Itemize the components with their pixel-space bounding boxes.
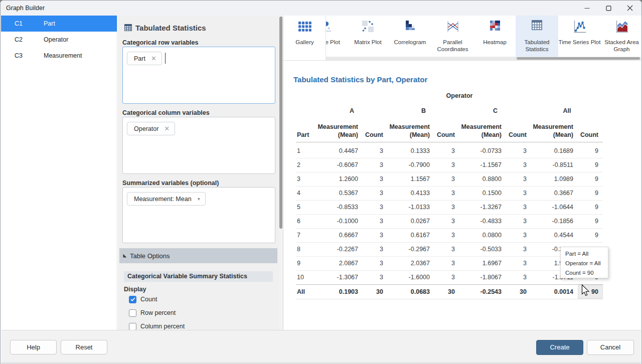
gallery-tile-matrix-plot[interactable]: Matrix Plot — [347, 16, 389, 57]
gallery-scroll-area: Bubble Plot Matrix Plot — [326, 16, 641, 57]
gallery-tile-time-series-plot[interactable]: Time Series Plot — [558, 16, 601, 57]
gallery-tile-parallel-coordinates[interactable]: Parallel Coordinates — [431, 16, 474, 57]
table-cell: -0.6067 — [316, 158, 363, 172]
table-row[interactable]: 2-0.60673-0.79003-1.15673-0.85119 — [296, 158, 603, 172]
table-cell: -1.0133 — [388, 200, 434, 214]
gallery-icon — [284, 20, 326, 34]
builder-settings-panel: Tabulated Statistics Categorical row var… — [118, 16, 279, 330]
table-row[interactable]: 92.086732.036731.696731.94009 — [296, 256, 603, 270]
scrollbar-thumb[interactable] — [517, 57, 640, 60]
table-row[interactable]: 6-0.100030.02673-0.48333-0.18569 — [296, 214, 603, 228]
graph-gallery-bar: Bubble Plot Matrix Plot — [283, 16, 641, 61]
checkbox-column-percent[interactable]: Column percent — [129, 322, 185, 330]
table-cell: 0.1500 — [459, 186, 506, 200]
table-cell: 8 — [296, 242, 316, 256]
gallery-tile-stacked-area-graph[interactable]: Stacked Area Graph — [600, 16, 641, 57]
table-cell: -1.3267 — [459, 200, 506, 214]
table-cell: 3 — [363, 200, 388, 214]
column-row-part[interactable]: C1 Part — [1, 16, 117, 32]
column-variables-input[interactable]: Operator ✕ — [122, 117, 275, 174]
table-cell: 3 — [363, 172, 388, 186]
summarized-variables-label: Summarized variables (optional) — [122, 179, 219, 187]
table-cell: 4 — [296, 186, 316, 200]
table-cell: -1.8067 — [459, 270, 506, 284]
builder-panel-scrollbar[interactable] — [279, 16, 283, 330]
table-cell: 3 — [434, 186, 459, 200]
table-cell: -0.1856 — [531, 214, 578, 228]
column-row-measurement[interactable]: C3 Measurement — [1, 48, 117, 64]
gallery-tile-label: Matrix Plot — [344, 39, 392, 46]
remove-chip-icon[interactable]: ✕ — [164, 125, 170, 132]
table-cell: 3 — [434, 214, 459, 228]
table-row[interactable]: 31.260031.156730.880031.09899 — [296, 172, 603, 186]
variable-chip-operator[interactable]: Operator ✕ — [127, 122, 175, 135]
table-cell: 0.1689 — [531, 144, 578, 158]
window-title: Graph Builder — [6, 5, 45, 12]
column-name: Measurement — [44, 48, 82, 64]
table-cell: 0.4544 — [531, 228, 578, 242]
table-row[interactable]: 8-0.22673-0.29673-0.50333-0.34229 — [296, 242, 603, 256]
gallery-tile-correlogram[interactable]: Correlogram — [389, 16, 431, 57]
column-id: C1 — [15, 16, 23, 32]
panel-header: Tabulated Statistics — [124, 23, 206, 32]
table-row[interactable]: 5-0.85333-1.01333-1.32673-1.06449 — [296, 200, 603, 214]
cancel-button[interactable]: Cancel — [587, 340, 634, 355]
variable-chip-part[interactable]: Part ✕ — [127, 52, 162, 65]
table-cell: -0.0733 — [459, 144, 506, 158]
checkbox-label: Row percent — [140, 309, 176, 316]
table-cell: 3 — [506, 144, 531, 158]
all-row[interactable]: All0.1903300.068330-0.2543300.001490 — [296, 284, 603, 299]
table-row[interactable]: 10.446730.13333-0.073330.16899 — [296, 144, 603, 158]
tooltip-line: Part = All — [565, 249, 608, 259]
column-row-operator[interactable]: C2 Operator — [1, 32, 117, 48]
gallery-tile-bubble-plot[interactable]: Bubble Plot — [326, 16, 347, 57]
table-options-section-header[interactable]: Table Options — [119, 248, 277, 263]
table-cell: 1.0989 — [531, 172, 578, 186]
table-row[interactable]: 70.666730.616730.080030.45449 — [296, 228, 603, 242]
table-cell: 0.0014 — [531, 284, 578, 299]
summary-statistics-header: Categorical Variable Summary Statistics — [124, 271, 273, 282]
gallery-tile-label: Time Series Plot — [556, 39, 604, 46]
checkbox-count[interactable]: Count — [129, 295, 157, 303]
table-cell: -0.8511 — [531, 158, 578, 172]
gallery-tile-gallery[interactable]: Gallery — [284, 16, 326, 60]
table-row[interactable]: 40.536730.413330.150030.36679 — [296, 186, 603, 200]
summarized-variables-input[interactable]: Measurement: Mean ▾ — [122, 187, 275, 243]
column-name: Part — [44, 16, 55, 32]
table-cell: 3 — [506, 256, 531, 270]
column-variables-label: Categorical column variables — [122, 109, 210, 116]
table-cell: 7 — [296, 228, 316, 242]
worksheet-columns-panel: C1 Part C2 Operator C3 Measurement — [1, 16, 117, 330]
table-cell: 9 — [578, 200, 603, 214]
table-cell: All — [296, 284, 316, 299]
table-cell: 3 — [506, 242, 531, 256]
measure-header: Measurement(Mean) — [388, 118, 434, 142]
table-cell: 2.0367 — [388, 256, 434, 270]
gallery-horizontal-scrollbar[interactable] — [326, 57, 641, 60]
checkbox-row-percent[interactable]: Row percent — [129, 309, 176, 317]
table-row[interactable]: 10-1.30673-1.60003-1.80673-1.57119 — [296, 270, 603, 284]
column-name: Operator — [44, 32, 68, 48]
row-variables-input[interactable]: Part ✕ — [122, 47, 275, 104]
table-cell: 1.2600 — [316, 172, 363, 186]
table-cell: 0.4467 — [316, 144, 363, 158]
row-dimension-label: Part — [296, 118, 316, 142]
table-cell: 30 — [434, 284, 459, 299]
reset-button[interactable]: Reset — [61, 340, 107, 354]
table-cell: 3 — [434, 144, 459, 158]
gallery-tile-tabulated-statistics[interactable]: Tabulated Statistics — [516, 16, 558, 57]
table-cell: 9 — [578, 186, 603, 200]
tabulated-statistics-icon — [124, 24, 132, 31]
remove-chip-icon[interactable]: ✕ — [151, 55, 156, 62]
cell-tooltip: Part = All Operator = All Count = 90 — [560, 247, 608, 278]
maximize-button[interactable] — [598, 1, 619, 16]
close-button[interactable] — [619, 1, 640, 16]
create-button[interactable]: Create — [536, 340, 583, 355]
gallery-tile-heatmap[interactable]: Heatmap — [473, 16, 516, 57]
summarized-variable-dropdown[interactable]: Measurement: Mean ▾ — [127, 192, 206, 206]
help-button[interactable]: Help — [10, 340, 57, 354]
minimize-button[interactable] — [576, 1, 597, 16]
scrollbar-thumb[interactable] — [279, 17, 282, 229]
column-header-row: PartMeasurement(Mean)CountMeasurement(Me… — [296, 118, 603, 142]
table-cell: 3 — [434, 200, 459, 214]
